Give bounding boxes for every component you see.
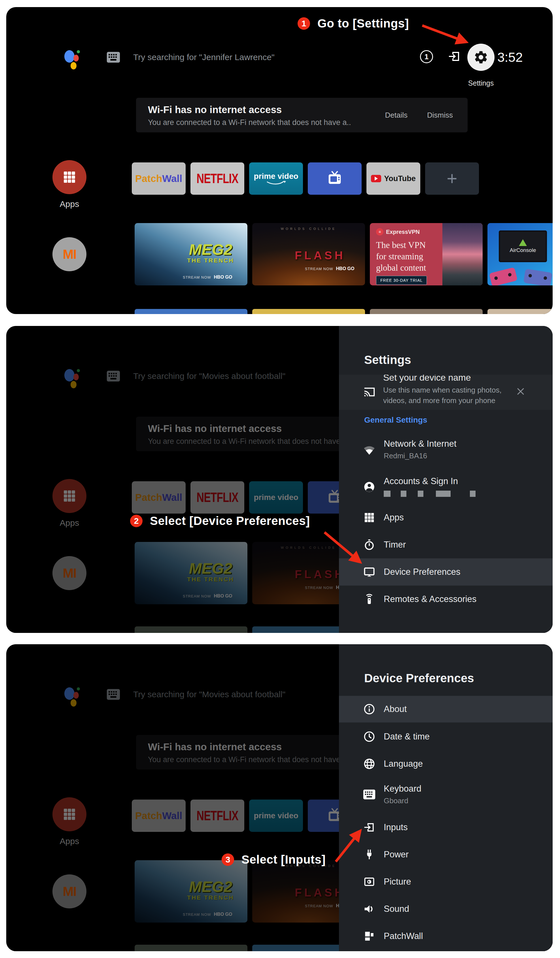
- plus-icon: +: [447, 168, 457, 189]
- item-label: Sound: [384, 904, 409, 914]
- gear-icon: [473, 49, 489, 65]
- timer-icon: [363, 538, 376, 551]
- account-icon: [363, 481, 376, 493]
- sidebar-item-about[interactable]: About: [339, 696, 553, 722]
- item-label: Network & Internet: [384, 439, 457, 449]
- vpn-headline: The best VPN for streaming global conten…: [376, 240, 438, 273]
- assistant-dot-green: [77, 50, 80, 53]
- assistant-dot-yellow: [71, 62, 76, 70]
- item-label: Language: [384, 759, 423, 769]
- app-tile-prime-video[interactable]: prime video: [249, 162, 303, 195]
- flash-tagline: WORLDS COLLIDE: [252, 227, 365, 230]
- meg2-title-block: MEG2 THE TRENCH: [179, 242, 242, 264]
- step-number-badge: 3: [222, 853, 234, 866]
- dismiss-button[interactable]: Dismiss: [427, 111, 453, 120]
- search-hint[interactable]: Try searching for "Jennifer Lawrence": [133, 52, 274, 62]
- retro-tv-icon: [326, 170, 344, 188]
- remote-icon: [363, 593, 376, 606]
- cast-icon: [363, 385, 376, 398]
- item-label: Device Preferences: [384, 567, 460, 577]
- settings-button[interactable]: [467, 44, 495, 71]
- item-label: PatchWall: [384, 931, 423, 941]
- sidebar-item-language[interactable]: Language: [339, 750, 553, 777]
- meg2-title: MEG2: [179, 242, 242, 257]
- sidebar-item-network-internet[interactable]: Network & Internet Redmi_BA16: [339, 434, 553, 465]
- youtube-logo-text: YouTube: [384, 174, 416, 183]
- sidebar-item-inputs[interactable]: Inputs: [339, 814, 553, 841]
- sidebar-item-sound[interactable]: Sound: [339, 895, 553, 923]
- step-label: Select [Device Preferences]: [150, 514, 310, 528]
- sidebar-item-patchwall[interactable]: PatchWall: [339, 923, 553, 950]
- close-icon[interactable]: [516, 387, 525, 396]
- tutorial-page: Try searching for "Jennifer Lawrence" 1 …: [0, 0, 560, 958]
- notification-icon[interactable]: 1: [420, 50, 433, 63]
- add-app-tile[interactable]: +: [425, 162, 479, 195]
- assistant-dot-blue: [64, 50, 75, 63]
- inputs-source-icon[interactable]: [447, 49, 461, 63]
- sidebar-item-date-time[interactable]: Date & time: [339, 723, 553, 750]
- screenshot-panel-home: Try searching for "Jennifer Lawrence" 1 …: [6, 7, 553, 314]
- sidebar-item-device-name[interactable]: Set your device name Use this name when …: [339, 375, 553, 410]
- wifi-icon: [363, 443, 376, 456]
- sidebar-item-accounts[interactable]: Accounts & Sign In: [339, 471, 553, 503]
- controller-pink: [489, 267, 518, 285]
- sidebar-item-timer[interactable]: Timer: [339, 531, 553, 558]
- wifi-card-subtitle: You are connected to a Wi-Fi network tha…: [148, 118, 351, 127]
- item-label: Power: [384, 849, 409, 860]
- clock-time: 3:52: [497, 49, 523, 65]
- airconsole-name: AirConsole: [510, 247, 536, 254]
- content-card-expressvpn[interactable]: ≡ ExpressVPN The best VPN for streaming …: [370, 223, 482, 285]
- app-tile-youtube[interactable]: YouTube: [366, 162, 420, 195]
- item-label: Accounts & Sign In: [384, 476, 476, 486]
- sidebar-item-picture[interactable]: Picture: [339, 868, 553, 895]
- info-icon: [363, 703, 376, 716]
- airconsole-tv-graphic: AirConsole: [499, 230, 547, 262]
- assistant-dot-red: [73, 55, 79, 62]
- settings-caption: Settings: [467, 79, 495, 87]
- app-tile-netflix[interactable]: NETFLIX: [190, 162, 244, 195]
- keyboard-search-icon[interactable]: [106, 51, 121, 63]
- sidebar-item-remotes[interactable]: Remotes & Accessories: [339, 585, 553, 613]
- wifi-card-title: Wi-Fi has no internet access: [148, 104, 282, 115]
- inputs-icon: [363, 821, 376, 834]
- sidebar-item-keyboard[interactable]: Keyboard Gboard: [339, 777, 553, 812]
- details-button[interactable]: Details: [385, 111, 408, 120]
- meg2-subtitle: THE TRENCH: [179, 257, 242, 264]
- device-preferences-sidebar: Device Preferences About: [339, 644, 553, 951]
- content-card-meg2[interactable]: MEG2 THE TRENCH STREAM NOWHBO GO: [135, 223, 247, 285]
- item-label: Date & time: [384, 731, 430, 742]
- mi-button[interactable]: MI: [52, 237, 86, 271]
- monitor-icon: [363, 565, 376, 579]
- next-row-teaser: [252, 309, 365, 314]
- content-card-flash[interactable]: WORLDS COLLIDE FLASH STREAM NOWHBO GO: [252, 223, 365, 285]
- sidebar-item-device-preferences[interactable]: Device Preferences: [339, 558, 553, 585]
- item-label: Apps: [384, 512, 404, 523]
- device-name-description: Use this name when casting photos, video…: [383, 385, 508, 406]
- expressvpn-logo-icon: ≡: [376, 228, 384, 236]
- step-number-badge: 1: [298, 17, 310, 30]
- app-tile-patchwall[interactable]: PatchWall: [132, 162, 186, 195]
- settings-sidebar: Settings Set your device name Use this n…: [339, 326, 553, 633]
- item-label: Picture: [384, 877, 411, 887]
- redacted-account-id: [384, 489, 476, 498]
- prime-smile-icon: [266, 181, 286, 186]
- app-tile-mi-tv[interactable]: [308, 162, 362, 195]
- annotation-step-1: 1 Go to [Settings]: [298, 17, 409, 30]
- google-assistant-icon[interactable]: [64, 48, 82, 70]
- screenshot-panel-settings: Try searching for "Movies about football…: [6, 326, 553, 633]
- next-row-teaser: [370, 309, 482, 314]
- settings-title: Settings: [364, 353, 411, 367]
- item-label: Inputs: [384, 822, 408, 833]
- sidebar-item-apps[interactable]: Apps: [339, 504, 553, 531]
- vpn-trial-button[interactable]: FREE 30-DAY TRIAL: [376, 276, 427, 285]
- item-label: Timer: [384, 540, 406, 550]
- next-row-teaser: [487, 309, 553, 314]
- wifi-notification-card: Wi-Fi has no internet access You are con…: [136, 98, 468, 132]
- sidebar-item-power[interactable]: Power: [339, 841, 553, 868]
- apps-button[interactable]: [52, 160, 86, 194]
- prime-video-logo: prime video: [254, 172, 298, 181]
- item-label: About: [384, 704, 407, 714]
- patchwall-tiles-icon: [363, 929, 376, 943]
- content-card-airconsole[interactable]: AirConsole: [487, 223, 553, 285]
- device-name-title: Set your device name: [383, 375, 471, 383]
